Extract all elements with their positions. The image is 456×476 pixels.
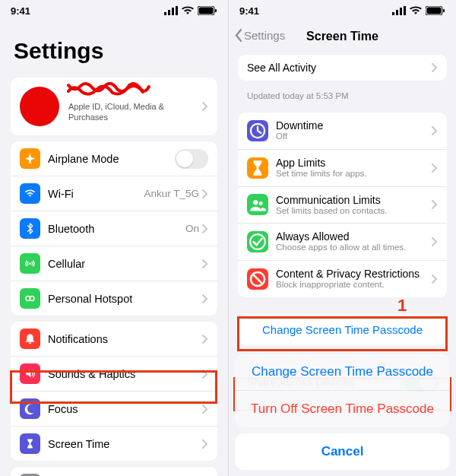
hotspot-icon	[20, 288, 40, 309]
sounds-icon	[20, 363, 40, 384]
chevron-right-icon	[202, 440, 208, 449]
notifications-row[interactable]: Notifications	[11, 322, 217, 357]
sheet-cancel[interactable]: Cancel	[235, 433, 450, 470]
hotspot-row[interactable]: Personal Hotspot	[11, 281, 217, 316]
action-sheet-options: Change Screen Time Passcode Turn Off Scr…	[235, 354, 450, 427]
chevron-right-icon	[202, 370, 208, 379]
focus-icon	[20, 398, 40, 419]
screen-time-screen: 9:41 Settings Screen Time See All Activi…	[228, 0, 456, 476]
bluetooth-row[interactable]: Bluetooth On	[11, 211, 217, 246]
status-time: 9:41	[11, 5, 30, 17]
sounds-row[interactable]: Sounds & Haptics	[11, 357, 217, 392]
focus-row[interactable]: Focus	[11, 392, 217, 427]
action-sheet: Change Screen Time Passcode Turn Off Scr…	[235, 354, 450, 470]
hotspot-label: Personal Hotspot	[48, 293, 202, 305]
screen-time-label: Screen Time	[48, 438, 202, 450]
connectivity-card: Airplane Mode Wi-Fi Ankur T_5G Bluetooth…	[11, 141, 217, 316]
screen-time-icon	[20, 433, 40, 454]
status-bar: 9:41	[0, 0, 228, 21]
svg-rect-1	[168, 10, 170, 15]
status-icons	[164, 6, 217, 15]
general-row[interactable]: General	[11, 467, 217, 476]
bluetooth-label: Bluetooth	[48, 223, 185, 235]
cellular-row[interactable]: Cellular	[11, 246, 217, 281]
alerts-card: Notifications Sounds & Haptics Focus Scr…	[11, 322, 217, 461]
svg-rect-6	[215, 9, 217, 12]
svg-point-7	[29, 262, 31, 265]
chevron-right-icon	[202, 335, 208, 344]
chevron-right-icon	[202, 405, 208, 414]
notifications-label: Notifications	[48, 333, 202, 345]
cellular-icon	[164, 6, 178, 15]
chevron-right-icon	[202, 294, 208, 303]
wifi-label: Wi-Fi	[48, 188, 144, 200]
chevron-right-icon	[202, 102, 208, 111]
wifi-row[interactable]: Wi-Fi Ankur T_5G	[11, 176, 217, 211]
avatar	[20, 87, 59, 126]
sheet-turn-off-passcode[interactable]: Turn Off Screen Time Passcode	[235, 391, 450, 427]
battery-icon	[198, 6, 217, 15]
bluetooth-value: On	[185, 223, 199, 234]
page-title: Settings	[0, 21, 228, 71]
wifi-value: Ankur T_5G	[144, 188, 199, 199]
cellular-settings-icon	[20, 253, 40, 274]
svg-rect-0	[164, 12, 166, 15]
focus-label: Focus	[48, 403, 202, 415]
screen-time-row[interactable]: Screen Time	[11, 427, 217, 461]
device-card: General Control Center —	[11, 467, 217, 476]
apple-id-subtitle: Apple ID, iCloud, Media & Purchases	[68, 102, 202, 123]
sounds-label: Sounds & Haptics	[48, 368, 202, 380]
wifi-icon	[181, 6, 195, 15]
svg-rect-2	[172, 8, 174, 15]
airplane-toggle[interactable]	[175, 149, 208, 169]
airplane-mode-row[interactable]: Airplane Mode	[11, 141, 217, 176]
wifi-settings-icon	[20, 183, 40, 204]
airplane-icon	[20, 148, 40, 169]
svg-rect-5	[199, 8, 214, 14]
bluetooth-icon	[20, 218, 40, 239]
action-sheet-overlay: Change Screen Time Passcode Turn Off Scr…	[229, 0, 456, 476]
sheet-change-passcode[interactable]: Change Screen Time Passcode	[235, 354, 450, 391]
cellular-label: Cellular	[48, 258, 202, 270]
chevron-right-icon	[202, 189, 208, 198]
apple-id-card: Apple ID, iCloud, Media & Purchases	[11, 78, 217, 135]
svg-rect-3	[176, 6, 178, 15]
chevron-right-icon	[202, 259, 208, 268]
airplane-label: Airplane Mode	[48, 153, 175, 165]
chevron-right-icon	[202, 224, 208, 233]
apple-id-row[interactable]: Apple ID, iCloud, Media & Purchases	[11, 78, 217, 135]
redaction-scribble	[67, 82, 150, 96]
settings-screen: 9:41 Settings Apple ID, iCloud, Media & …	[0, 0, 228, 476]
notifications-icon	[20, 328, 40, 349]
